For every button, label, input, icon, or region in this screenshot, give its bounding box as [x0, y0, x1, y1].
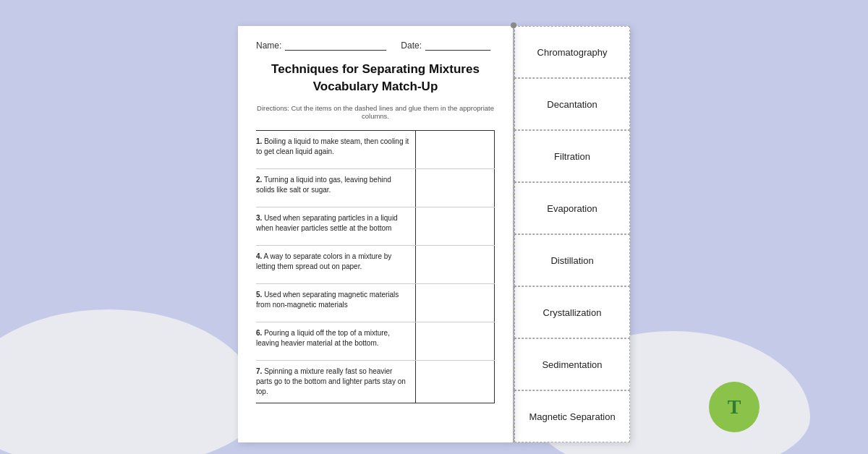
term-cell-distillation[interactable]: Distillation	[514, 234, 630, 286]
q1-text: Boiling a liquid to make steam, then coo…	[256, 137, 409, 155]
answer-box-2[interactable]	[415, 169, 495, 207]
question-text: 5. Used when separating magnetic materia…	[256, 284, 415, 322]
questions-area: 1. Boiling a liquid to make steam, then …	[256, 130, 495, 403]
question-row: 3. Used when separating particles in a l…	[256, 207, 495, 246]
question-row: 2. Turning a liquid into gas, leaving be…	[256, 169, 495, 207]
term-magnetic-separation: Magnetic Separation	[529, 411, 615, 422]
term-distillation: Distillation	[550, 255, 593, 266]
question-text: 2. Turning a liquid into gas, leaving be…	[256, 169, 415, 207]
name-date-row: Name: Date:	[256, 40, 495, 51]
title-line-1: Techniques for Separating Mixtures	[256, 61, 495, 78]
question-text: 7. Spinning a mixture really fast so hea…	[256, 361, 415, 403]
q4-text: A way to separate colors in a mixture by…	[256, 252, 391, 270]
left-page: Name: Date: Techniques for Separating Mi…	[238, 26, 513, 442]
name-field: Name:	[256, 40, 386, 51]
q3-number: 3.	[256, 214, 262, 222]
worksheet-container: Name: Date: Techniques for Separating Mi…	[238, 26, 630, 442]
term-crystallization: Crystallization	[543, 307, 602, 318]
q3-text: Used when separating particles in a liqu…	[256, 214, 398, 232]
term-cell-sedimentation[interactable]: Sedimentation	[514, 338, 630, 390]
q4-number: 4.	[256, 252, 262, 260]
term-cell-crystallization[interactable]: Crystallization	[514, 286, 630, 338]
term-cell-decantation[interactable]: Decantation	[514, 78, 630, 130]
term-evaporation: Evaporation	[547, 203, 597, 214]
question-text: 6. Pouring a liquid off the top of a mix…	[256, 322, 415, 360]
term-cell-evaporation[interactable]: Evaporation	[514, 182, 630, 234]
q2-text: Turning a liquid into gas, leaving behin…	[256, 176, 391, 194]
directions-text: Directions: Cut the items on the dashed …	[256, 104, 495, 120]
name-line[interactable]	[285, 40, 386, 51]
terms-column: Chromatography Decantation Filtration Ev…	[514, 26, 630, 442]
answer-box-5[interactable]	[415, 284, 495, 322]
q6-text: Pouring a liquid off the top of a mixtur…	[256, 329, 390, 347]
q5-number: 5.	[256, 291, 262, 299]
name-label: Name:	[256, 40, 281, 51]
term-cell-magnetic-separation[interactable]: Magnetic Separation	[514, 390, 630, 442]
question-row: 6. Pouring a liquid off the top of a mix…	[256, 322, 495, 361]
date-field: Date:	[401, 40, 490, 51]
term-cell-filtration[interactable]: Filtration	[514, 130, 630, 182]
worksheet-title: Techniques for Separating Mixtures Vocab…	[256, 61, 495, 95]
term-filtration: Filtration	[554, 151, 590, 162]
date-line[interactable]	[425, 40, 490, 51]
answer-box-1[interactable]	[415, 131, 495, 168]
question-row: 1. Boiling a liquid to make steam, then …	[256, 130, 495, 169]
answer-box-4[interactable]	[415, 246, 495, 283]
date-label: Date:	[401, 40, 422, 51]
question-row: 5. Used when separating magnetic materia…	[256, 284, 495, 322]
answer-box-3[interactable]	[415, 207, 495, 245]
q6-number: 6.	[256, 329, 262, 337]
term-chromatography: Chromatography	[537, 47, 608, 58]
question-text: 3. Used when separating particles in a l…	[256, 207, 415, 245]
title-line-2: Vocabulary Match-Up	[256, 78, 495, 95]
q7-text: Spinning a mixture really fast so heavie…	[256, 367, 406, 395]
question-row: 4. A way to separate colors in a mixture…	[256, 246, 495, 284]
q7-number: 7.	[256, 367, 262, 375]
term-decantation: Decantation	[547, 99, 597, 110]
question-row: 7. Spinning a mixture really fast so hea…	[256, 361, 495, 403]
cloud-left-decoration	[0, 309, 260, 454]
question-text: 1. Boiling a liquid to make steam, then …	[256, 131, 415, 168]
cut-divider	[513, 26, 514, 442]
q1-number: 1.	[256, 137, 262, 145]
q2-number: 2.	[256, 176, 262, 184]
answer-box-6[interactable]	[415, 322, 495, 360]
answer-box-7[interactable]	[415, 361, 495, 403]
q5-text: Used when separating magnetic materials …	[256, 291, 399, 309]
brand-logo	[709, 382, 760, 432]
term-sedimentation: Sedimentation	[542, 359, 602, 370]
term-cell-chromatography[interactable]: Chromatography	[514, 26, 630, 78]
question-text: 4. A way to separate colors in a mixture…	[256, 246, 415, 283]
